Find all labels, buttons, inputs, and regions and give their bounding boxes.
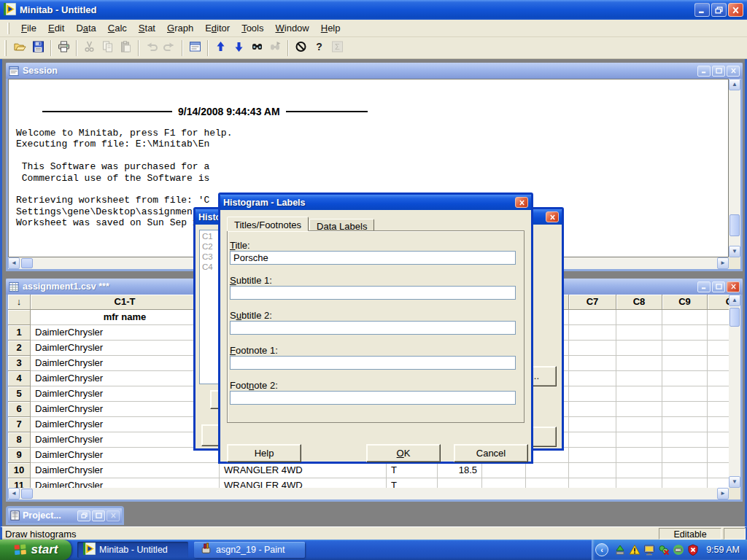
session-scroll-up[interactable]: ▲ [729, 79, 740, 90]
cell-r11-c9[interactable] [662, 478, 708, 488]
worksheet-hthumb[interactable] [21, 489, 33, 499]
toolbar-arrow-down-button[interactable] [230, 39, 248, 57]
tray-collapse-chevron[interactable]: ‹ [595, 543, 608, 556]
cell-r9-c8[interactable] [616, 448, 662, 463]
worksheet-close-button[interactable] [727, 281, 740, 292]
cell-r6-c7[interactable] [569, 402, 616, 417]
toolbar-find-button[interactable] [248, 39, 266, 57]
column-header-C7[interactable]: C7 [569, 295, 616, 310]
menu-graph[interactable]: Graph [161, 20, 199, 36]
tab-titles-footnotes[interactable]: Titles/Footnotes [227, 217, 309, 231]
row-number[interactable]: 6 [8, 402, 31, 417]
cell-r4-c7[interactable] [569, 371, 616, 386]
cell-r6-c1[interactable]: DaimlerChrysler [31, 402, 220, 417]
cell-r7-c8[interactable] [616, 417, 662, 432]
close-button[interactable] [728, 3, 743, 17]
worksheet-scroll-up[interactable]: ▲ [729, 295, 740, 306]
tray-eject-green-icon[interactable] [614, 544, 626, 556]
worksheet-hscrollbar[interactable] [8, 488, 729, 499]
cell-r2-c10[interactable] [708, 341, 729, 356]
subtitle-2-input[interactable] [230, 321, 516, 335]
var-name-8[interactable] [662, 310, 708, 325]
subtitle-1-input[interactable] [230, 286, 516, 300]
row-number[interactable]: 5 [8, 386, 31, 402]
cell-r3-c1[interactable]: DaimlerChrysler [31, 356, 220, 371]
tray-network-error-icon[interactable] [657, 544, 670, 556]
cell-r11-c4[interactable] [438, 478, 482, 488]
cell-r9-c7[interactable] [569, 448, 616, 463]
column-header-C8[interactable]: C8 [616, 295, 662, 310]
session-scroll-left[interactable]: ◄ [8, 257, 20, 269]
title-input[interactable] [230, 251, 516, 265]
cell-r7-c10[interactable] [708, 417, 729, 432]
session-vthumb[interactable] [729, 214, 740, 236]
cell-r4-c8[interactable] [616, 371, 662, 386]
cell-r10-c10[interactable] [708, 463, 729, 478]
cell-r6-c10[interactable] [708, 402, 729, 417]
column-header-C[interactable]: C [708, 295, 729, 310]
cell-r6-c9[interactable] [662, 402, 708, 417]
menu-calc[interactable]: Calc [102, 20, 133, 36]
cell-r10-c7[interactable] [569, 463, 616, 478]
session-titlebar[interactable]: Session [6, 63, 743, 79]
cell-r11-c1[interactable]: DaimlerChrysler [31, 478, 220, 488]
tab-data-labels[interactable]: Data Labels [309, 219, 374, 231]
cell-r3-c9[interactable] [662, 356, 708, 371]
cell-r11-c6[interactable] [526, 478, 569, 488]
worksheet-scroll-right[interactable]: ► [717, 488, 729, 499]
project-maximize-button[interactable] [92, 510, 105, 521]
toolbar-open-folder-button[interactable] [11, 39, 29, 57]
session-resize-grip[interactable] [729, 257, 740, 269]
project-window-minimized[interactable]: Project... [6, 506, 124, 525]
cell-r1-c7[interactable] [569, 325, 616, 341]
session-scroll-down[interactable]: ▼ [729, 246, 740, 257]
session-close-button[interactable] [727, 66, 740, 77]
worksheet-maximize-button[interactable] [712, 281, 725, 292]
session-minimize-button[interactable] [697, 66, 711, 77]
footnote-2-input[interactable] [230, 391, 516, 405]
cell-r2-c8[interactable] [616, 341, 662, 356]
cell-r9-c1[interactable]: DaimlerChrysler [31, 448, 220, 463]
menu-window[interactable]: Window [269, 20, 314, 36]
main-window-titlebar[interactable]: Minitab - Untitled [0, 0, 747, 20]
cell-r6-c8[interactable] [616, 402, 662, 417]
toolbar-arrow-up-button[interactable] [212, 39, 230, 57]
cell-r8-c1[interactable]: DaimlerChrysler [31, 432, 220, 448]
cell-r1-c9[interactable] [662, 325, 708, 341]
cell-r1-c1[interactable]: DaimlerChrysler [31, 325, 220, 341]
cell-r5-c10[interactable] [708, 386, 729, 402]
row-number[interactable]: 1 [8, 325, 31, 341]
cell-r2-c1[interactable]: DaimlerChrysler [31, 341, 220, 356]
cell-r4-c1[interactable]: DaimlerChrysler [31, 371, 220, 386]
worksheet-resize-grip[interactable] [729, 488, 740, 499]
session-hthumb[interactable] [21, 258, 33, 268]
cell-r10-c2[interactable]: WRANGLER 4WD [220, 463, 387, 478]
session-maximize-button[interactable] [712, 66, 725, 77]
minimize-button[interactable] [694, 3, 710, 17]
column-select-all[interactable]: ↓ [8, 295, 31, 310]
cell-r11-c8[interactable] [616, 478, 662, 488]
cell-r7-c1[interactable]: DaimlerChrysler [31, 417, 220, 432]
toolbar-session-window-button[interactable] [186, 39, 204, 57]
cell-r7-c7[interactable] [569, 417, 616, 432]
cell-r1-c8[interactable] [616, 325, 662, 341]
cell-r9-c10[interactable] [708, 448, 729, 463]
menu-help[interactable]: Help [315, 20, 347, 36]
help-button[interactable]: Help [227, 444, 301, 462]
cell-r9-c9[interactable] [662, 448, 708, 463]
cell-r11-c3[interactable]: T [387, 478, 438, 488]
menu-stat[interactable]: Stat [133, 20, 161, 36]
toolbar-print-button[interactable] [55, 39, 73, 57]
labels-dialog-titlebar[interactable]: Histogram - Labels [220, 195, 531, 210]
tray-display-icon[interactable] [643, 544, 655, 556]
cell-r10-c9[interactable] [662, 463, 708, 478]
cell-r8-c7[interactable] [569, 432, 616, 448]
worksheet-scroll-down[interactable]: ▼ [729, 476, 740, 488]
cell-r5-c9[interactable] [662, 386, 708, 402]
worksheet-minimize-button[interactable] [697, 281, 711, 292]
cell-r10-c6[interactable] [526, 463, 569, 478]
tray-drive-icon[interactable] [672, 544, 684, 556]
cell-r11-c2[interactable]: WRANGLER 4WD [220, 478, 387, 488]
ok-button[interactable]: OK [366, 444, 441, 462]
cancel-button[interactable]: Cancel [454, 444, 528, 462]
